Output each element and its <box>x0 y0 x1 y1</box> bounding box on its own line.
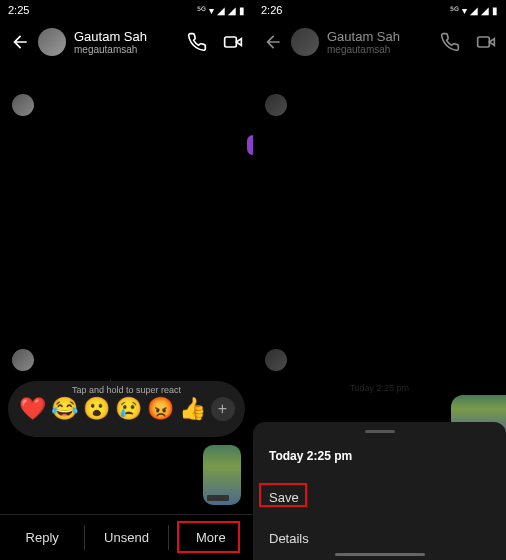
wifi-icon: ▾ <box>462 5 467 16</box>
contact-avatar-r[interactable] <box>291 28 319 56</box>
contact-avatar[interactable] <box>38 28 66 56</box>
reaction-thumbs[interactable]: 👍 <box>179 398 206 420</box>
reaction-picker: Tap and hold to super react ❤️ 😂 😮 😢 😡 👍… <box>8 381 245 437</box>
save-highlight <box>259 483 307 507</box>
battery-icon: ▮ <box>492 5 498 16</box>
message-avatar-2 <box>12 349 34 371</box>
message-image-thumb[interactable] <box>203 445 241 505</box>
contact-name-r: Gautam Sah <box>327 29 424 44</box>
thumb-label <box>207 495 229 501</box>
signal-icon: ◢ <box>217 5 225 16</box>
timestamp-dim-r: Today 2:25 pm <box>253 383 506 393</box>
reaction-add[interactable]: + <box>211 397 235 421</box>
more-highlight <box>177 521 240 553</box>
screen-left: 2:25 ⁵ᴳ ▾ ◢ ◢ ▮ Gautam Sah megautamsah T… <box>0 0 253 560</box>
nav-handle[interactable] <box>335 553 425 556</box>
video-call-icon[interactable] <box>223 32 243 52</box>
sheet-timestamp: Today 2:25 pm <box>253 441 506 477</box>
status-icons-r: ⁵ᴳ ▾ ◢ ◢ ▮ <box>450 5 498 16</box>
svg-rect-0 <box>225 37 237 47</box>
status-bar: 2:25 ⁵ᴳ ▾ ◢ ◢ ▮ <box>0 0 253 20</box>
message-avatar-r2 <box>265 349 287 371</box>
contact-name: Gautam Sah <box>74 29 171 44</box>
reaction-cry[interactable]: 😢 <box>115 398 142 420</box>
signal-icon-2: ◢ <box>228 5 236 16</box>
data-icon: ⁵ᴳ <box>450 5 459 16</box>
reaction-wow[interactable]: 😮 <box>83 398 110 420</box>
reaction-hint: Tap and hold to super react <box>72 385 181 395</box>
video-call-icon-r[interactable] <box>476 32 496 52</box>
signal-icon: ◢ <box>470 5 478 16</box>
contact-username: megautamsah <box>74 44 171 55</box>
call-icon-r[interactable] <box>440 32 460 52</box>
chat-header: Gautam Sah megautamsah <box>0 20 253 64</box>
sheet-handle[interactable] <box>365 430 395 433</box>
battery-icon: ▮ <box>239 5 245 16</box>
back-arrow[interactable] <box>10 32 30 52</box>
message-avatar-r <box>265 94 287 116</box>
unsend-button[interactable]: Unsend <box>84 515 168 560</box>
contact-info-r[interactable]: Gautam Sah megautamsah <box>327 29 424 55</box>
svg-rect-1 <box>478 37 490 47</box>
message-avatar <box>12 94 34 116</box>
reaction-heart[interactable]: ❤️ <box>19 398 46 420</box>
call-icon[interactable] <box>187 32 207 52</box>
back-arrow-r[interactable] <box>263 32 283 52</box>
status-icons: ⁵ᴳ ▾ ◢ ◢ ▮ <box>197 5 245 16</box>
status-time-r: 2:26 <box>261 4 282 16</box>
contact-username-r: megautamsah <box>327 44 424 55</box>
emoji-row: ❤️ 😂 😮 😢 😡 👍 + <box>11 397 243 421</box>
reply-button[interactable]: Reply <box>0 515 84 560</box>
status-bar-r: 2:26 ⁵ᴳ ▾ ◢ ◢ ▮ <box>253 0 506 20</box>
chat-header-r: Gautam Sah megautamsah <box>253 20 506 64</box>
reaction-laugh[interactable]: 😂 <box>51 398 78 420</box>
reaction-angry[interactable]: 😡 <box>147 398 174 420</box>
data-icon: ⁵ᴳ <box>197 5 206 16</box>
screen-right: 2:26 ⁵ᴳ ▾ ◢ ◢ ▮ Gautam Sah megautamsah T… <box>253 0 506 560</box>
status-time: 2:25 <box>8 4 29 16</box>
wifi-icon: ▾ <box>209 5 214 16</box>
contact-info[interactable]: Gautam Sah megautamsah <box>74 29 171 55</box>
signal-icon-2: ◢ <box>481 5 489 16</box>
